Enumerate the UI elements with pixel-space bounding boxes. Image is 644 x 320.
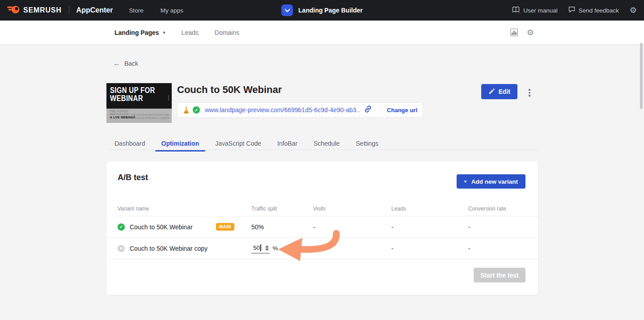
urlbar-divider xyxy=(380,105,381,114)
thumbnail-hero: SIGN UP FOR WEBINAR xyxy=(106,83,172,109)
start-test-button[interactable]: Start the test xyxy=(474,268,525,282)
tabs-divider xyxy=(106,150,538,150)
preview-url-link[interactable]: www.landpage-preview.com/6699b1d5-6c9d-4… xyxy=(205,106,360,114)
send-feedback-label: Send feedback xyxy=(579,7,619,14)
subnav: Landing Pages ▾ Leads Domains ⚙ xyxy=(0,21,644,45)
subnav-item-leads[interactable]: Leads xyxy=(182,29,199,36)
topbar-nav: Store My apps xyxy=(129,7,183,14)
col-leads: Leads xyxy=(391,206,468,212)
table-row: ✕ Couch to 50K Webinar copy 50 % - xyxy=(106,238,538,259)
tab-infobar[interactable]: InfoBar xyxy=(271,137,304,150)
traffic-split-value: 50% xyxy=(251,223,313,231)
leads-value: - xyxy=(391,245,468,252)
send-feedback-link[interactable]: Send feedback xyxy=(568,6,619,14)
semrush-logo-icon xyxy=(7,5,20,16)
thumb-kebab-icon xyxy=(168,96,169,100)
table-header-row: Variant name Traffic split Visits Leads … xyxy=(106,199,538,216)
user-manual-link[interactable]: User manual xyxy=(512,6,558,14)
edit-pencil-icon xyxy=(488,88,495,96)
ab-test-flask-icon xyxy=(183,106,190,114)
visits-value: - xyxy=(313,245,391,252)
main-badge: MAIN xyxy=(216,223,234,231)
preview-url-bar: ✓ www.landpage-preview.com/6699b1d5-6c9d… xyxy=(177,102,423,118)
col-visits: Visits xyxy=(313,206,391,212)
nav-my-apps[interactable]: My apps xyxy=(161,7,183,14)
back-arrow-icon: ← xyxy=(113,59,120,67)
feedback-bubble-icon xyxy=(568,6,575,14)
content: ← Back SIGN UP FOR WEBINAR UNLOCKING INN… xyxy=(0,45,644,320)
conversion-rate-value: - xyxy=(468,223,538,231)
analytics-icon[interactable] xyxy=(510,29,518,36)
thumb-sub-1: UNLOCKING xyxy=(110,109,169,113)
tab-settings[interactable]: Settings xyxy=(350,137,385,150)
landing-pages-label: Landing Pages xyxy=(114,29,159,36)
traffic-split-input-value: 50 xyxy=(253,244,260,251)
suite-name: AppCenter xyxy=(76,6,113,14)
page-title: Couch to 50K Webinar xyxy=(177,84,282,96)
scrollbar-thumb[interactable] xyxy=(640,43,643,109)
variant-name: Couch to 50K Webinar copy xyxy=(130,245,208,252)
col-conversion-rate: Conversion rate xyxy=(468,206,538,212)
copy-link-icon[interactable] xyxy=(364,105,372,115)
page-thumbnail: SIGN UP FOR WEBINAR UNLOCKING INNOVATION… xyxy=(106,83,172,123)
change-url-button[interactable]: Change url xyxy=(387,107,417,114)
tab-dashboard[interactable]: Dashboard xyxy=(108,137,152,150)
chevron-down-icon: ▾ xyxy=(464,180,466,184)
subnav-item-domains[interactable]: Domains xyxy=(215,29,239,36)
tab-schedule[interactable]: Schedule xyxy=(307,137,346,150)
leads-value: - xyxy=(391,223,468,231)
semrush-brand-link[interactable]: SEMRUSH AppCenter xyxy=(7,5,113,16)
thumb-headline-2: WEBINAR xyxy=(110,94,168,102)
tab-javascript-code[interactable]: JavaScript Code xyxy=(209,137,267,150)
subnav-items: Landing Pages ▾ Leads Domains xyxy=(114,29,239,36)
variant-inactive-icon: ✕ xyxy=(118,245,125,252)
topbar: SEMRUSH AppCenter Store My apps Landing … xyxy=(0,0,644,21)
nav-store[interactable]: Store xyxy=(129,7,143,14)
topbar-right: User manual Send feedback ⚙ xyxy=(512,6,637,14)
add-new-variant-button[interactable]: ▾ Add new variant xyxy=(457,174,525,189)
app-badge: Landing Page Builder xyxy=(281,0,363,21)
topbar-settings-gear-icon[interactable]: ⚙ xyxy=(630,6,637,14)
page-kebab-menu-icon[interactable] xyxy=(527,87,532,98)
stepper-down-icon[interactable] xyxy=(265,248,269,251)
book-icon xyxy=(512,6,520,14)
screen: SEMRUSH AppCenter Store My apps Landing … xyxy=(0,0,644,320)
percent-unit: % xyxy=(273,245,278,252)
url-verified-icon: ✓ xyxy=(193,106,200,114)
tab-optimization[interactable]: Optimization xyxy=(155,137,206,150)
number-stepper[interactable] xyxy=(265,245,269,251)
col-variant-name: Variant name xyxy=(118,206,251,212)
subnav-settings-gear-icon[interactable]: ⚙ xyxy=(527,29,534,37)
edit-button[interactable]: Edit xyxy=(481,84,517,99)
user-manual-label: User manual xyxy=(523,7,558,14)
edit-label: Edit xyxy=(499,88,510,95)
back-label: Back xyxy=(124,60,138,67)
chevron-down-icon: ▾ xyxy=(163,30,165,35)
table-row: ✓ Couch to 50K Webinar MAIN 50% - - - xyxy=(106,216,538,238)
conversion-rate-value: - xyxy=(468,245,538,252)
visits-value: - xyxy=(313,223,391,231)
brand-divider xyxy=(69,6,69,15)
ab-test-card: A/B test ▾ Add new variant Variant name … xyxy=(106,161,538,295)
landing-pages-dropdown[interactable]: Landing Pages ▾ xyxy=(114,29,165,36)
back-button[interactable]: ← Back xyxy=(113,59,138,67)
thumb-fineprint-2: STRATEGIES FROM DESIGN LEADERS xyxy=(131,117,169,120)
thumbnail-footer: UNLOCKING INNOVATION: A LIVE WEBINAR JOI… xyxy=(106,109,172,123)
brand-name: SEMRUSH xyxy=(23,6,62,14)
thumb-fineprint-1: JOIN US TO EXCLUSIVE INSIGHTS AND xyxy=(131,114,169,117)
ab-test-heading: A/B test xyxy=(118,173,148,182)
add-variant-label: Add new variant xyxy=(471,178,518,185)
tab-bar: Dashboard Optimization JavaScript Code I… xyxy=(108,137,385,150)
subnav-right: ⚙ xyxy=(510,29,534,37)
col-traffic-split: Traffic split xyxy=(251,206,313,212)
traffic-split-input[interactable]: 50 xyxy=(251,244,270,253)
app-name: Landing Page Builder xyxy=(298,7,363,14)
variant-active-icon: ✓ xyxy=(118,223,125,231)
stepper-up-icon[interactable] xyxy=(265,245,269,248)
landing-page-builder-icon xyxy=(281,4,293,16)
variant-name: Couch to 50K Webinar xyxy=(130,223,193,231)
text-cursor xyxy=(260,244,261,251)
